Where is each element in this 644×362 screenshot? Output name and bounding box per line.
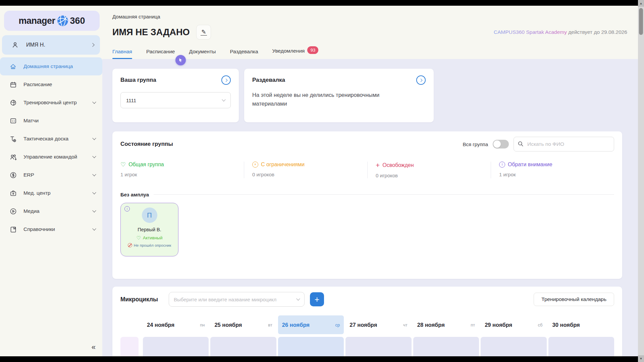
heart-icon: ♡ bbox=[120, 162, 126, 168]
os-vertical-scrollbar[interactable]: ▲ ▼ bbox=[638, 0, 644, 362]
user-icon bbox=[11, 41, 19, 49]
open-group-button[interactable] bbox=[221, 75, 231, 85]
day-header-today[interactable]: 26 ноябряср bbox=[278, 315, 344, 334]
search-by-name-input[interactable] bbox=[514, 137, 614, 152]
week-row-spacer bbox=[120, 315, 141, 334]
info-icon[interactable]: i bbox=[124, 206, 130, 212]
sidebar-item-team-management[interactable]: Управление командой bbox=[0, 148, 102, 166]
circle-x-icon: × bbox=[252, 162, 258, 168]
chevron-down-icon bbox=[92, 154, 96, 158]
toggle-knob bbox=[493, 140, 501, 148]
player-warning-label: Не прошёл опросник bbox=[134, 243, 171, 247]
sidebar-item-label: Медиа bbox=[23, 208, 86, 214]
sidebar-user-profile[interactable]: ИМЯ Н. bbox=[2, 35, 100, 55]
player-name: Первый В. bbox=[138, 227, 161, 232]
sidebar-item-directories[interactable]: Справочники bbox=[0, 220, 102, 238]
whole-group-toggle[interactable] bbox=[493, 140, 509, 148]
screen: ▲ ▼ manager 360 ИМЯ Н. bbox=[0, 0, 644, 362]
sidebar: manager 360 ИМЯ Н. Домашняя страни bbox=[0, 6, 102, 356]
microcycles-card: Микроциклы Выберите или введите название… bbox=[112, 287, 622, 356]
week-header-row: 24 ноябряпн 25 ноябрявт 26 ноябряср 27 н… bbox=[120, 315, 614, 334]
open-locker-room-button[interactable] bbox=[416, 75, 426, 85]
day-cell-today[interactable] bbox=[278, 337, 344, 356]
day-cell[interactable] bbox=[143, 337, 209, 356]
chevron-down-icon bbox=[92, 208, 96, 212]
plus-icon: + bbox=[376, 162, 380, 169]
group-state-title: Состояние группы bbox=[120, 141, 173, 147]
scroll-up-button[interactable]: ▲ bbox=[638, 0, 644, 7]
sidebar-item-label: Справочники bbox=[23, 226, 86, 232]
chevron-right-icon bbox=[224, 78, 227, 82]
ball-icon bbox=[9, 99, 17, 106]
day-header[interactable]: 27 ноябрячт bbox=[345, 315, 411, 334]
tab-locker-room[interactable]: Раздевалка bbox=[230, 49, 258, 59]
locker-room-message: На этой неделе вы не делились тренировоч… bbox=[252, 91, 413, 108]
remote-cursor-indicator bbox=[175, 55, 186, 65]
sidebar-item-schedule[interactable]: Расписание bbox=[0, 75, 102, 94]
tab-notifications[interactable]: Уведомления 93 bbox=[272, 47, 319, 59]
chevron-down-icon bbox=[92, 190, 96, 194]
day-header[interactable]: 29 ноябрясб bbox=[481, 315, 546, 334]
logo-text-360: 360 bbox=[70, 16, 85, 26]
edit-name-button[interactable]: ✎ bbox=[196, 25, 211, 40]
microcycle-select-placeholder: Выберите или введите название микроцикл bbox=[174, 297, 276, 302]
day-header[interactable]: 24 ноябряпн bbox=[143, 315, 209, 334]
scroll-down-button[interactable]: ▼ bbox=[638, 355, 644, 362]
user-name: ИМЯ Н. bbox=[26, 42, 84, 48]
home-icon bbox=[9, 63, 17, 70]
player-card[interactable]: i П Первый В. ♡ Активный Не прошёл опрос… bbox=[120, 203, 178, 256]
book-icon bbox=[9, 226, 17, 233]
chevron-down-icon bbox=[92, 227, 96, 230]
chevron-right-icon bbox=[91, 43, 94, 47]
scrollbar-thumb[interactable] bbox=[639, 8, 643, 35]
day-header[interactable]: 30 ноября bbox=[548, 315, 614, 334]
prohibited-icon bbox=[128, 243, 132, 247]
no-role-section-header: Без амплуа bbox=[120, 192, 614, 197]
day-header[interactable]: 25 ноябрявт bbox=[210, 315, 276, 334]
add-microcycle-button[interactable]: + bbox=[310, 292, 324, 306]
chevron-right-icon bbox=[419, 78, 422, 82]
day-header[interactable]: 28 ноябряпт bbox=[413, 315, 479, 334]
tab-documents[interactable]: Документы bbox=[189, 49, 216, 59]
sidebar-item-home[interactable]: Домашняя страница bbox=[0, 57, 102, 75]
sidebar-item-label: Управление командой bbox=[23, 154, 86, 160]
sidebar-item-med-center[interactable]: Мед. центр bbox=[0, 184, 102, 202]
group-select[interactable]: 1111 bbox=[120, 92, 231, 108]
notifications-count-badge: 93 bbox=[307, 46, 318, 54]
tab-main[interactable]: Главная bbox=[112, 49, 132, 59]
day-cell[interactable] bbox=[481, 337, 546, 356]
sidebar-item-matches[interactable]: 1:1 Матчи bbox=[0, 112, 102, 130]
player-status-label: Активный bbox=[143, 235, 162, 240]
info-icon: i bbox=[499, 162, 505, 168]
whole-group-toggle-label: Вся группа bbox=[463, 141, 488, 147]
sidebar-item-tactics-board[interactable]: Тактическая доска bbox=[0, 130, 102, 148]
logo-text-manager: manager bbox=[18, 16, 55, 26]
sidebar-item-training-center[interactable]: Тренировочный центр bbox=[0, 94, 102, 112]
sidebar-item-erp[interactable]: ERP bbox=[0, 166, 102, 184]
main-header: Домашняя страница ИМЯ НЕ ЗАДАНО ✎ CAMPUS… bbox=[102, 6, 638, 59]
day-cell[interactable] bbox=[345, 337, 411, 356]
status-pay-attention: iОбрати внимание 1 игрок bbox=[491, 162, 614, 178]
tab-schedule[interactable]: Расписание bbox=[146, 49, 175, 59]
svg-text:1:1: 1:1 bbox=[12, 120, 15, 122]
medical-bag-icon bbox=[9, 189, 17, 197]
sidebar-collapse-button[interactable]: « bbox=[92, 343, 96, 352]
training-calendar-button[interactable]: Тренировочный календарь bbox=[534, 293, 614, 306]
status-with-restrictions: ×С ограничениями 0 игроков bbox=[244, 162, 367, 178]
sidebar-item-label: Домашняя страница bbox=[23, 63, 96, 69]
license-info: CAMPUS360 Spartak Academy действует до 2… bbox=[494, 29, 627, 35]
license-expiry: действует до 29.08.2026 bbox=[567, 29, 627, 35]
page-title: ИМЯ НЕ ЗАДАНО bbox=[112, 27, 190, 38]
microcycle-select[interactable]: Выберите или введите название микроцикл bbox=[169, 292, 305, 307]
microcycle-label-cell[interactable] bbox=[120, 337, 139, 356]
calendar-icon bbox=[9, 81, 17, 88]
status-label: Общая группа bbox=[128, 162, 164, 168]
status-count: 0 игроков bbox=[252, 172, 367, 177]
status-label: Обрати внимание bbox=[508, 162, 552, 168]
play-circle-icon bbox=[9, 207, 17, 215]
day-cell[interactable] bbox=[210, 337, 276, 356]
status-exempt: +Освобожден 0 игроков bbox=[367, 162, 491, 178]
sidebar-item-media[interactable]: Медиа bbox=[0, 202, 102, 220]
day-cell[interactable] bbox=[413, 337, 479, 356]
day-cell[interactable] bbox=[548, 337, 614, 356]
